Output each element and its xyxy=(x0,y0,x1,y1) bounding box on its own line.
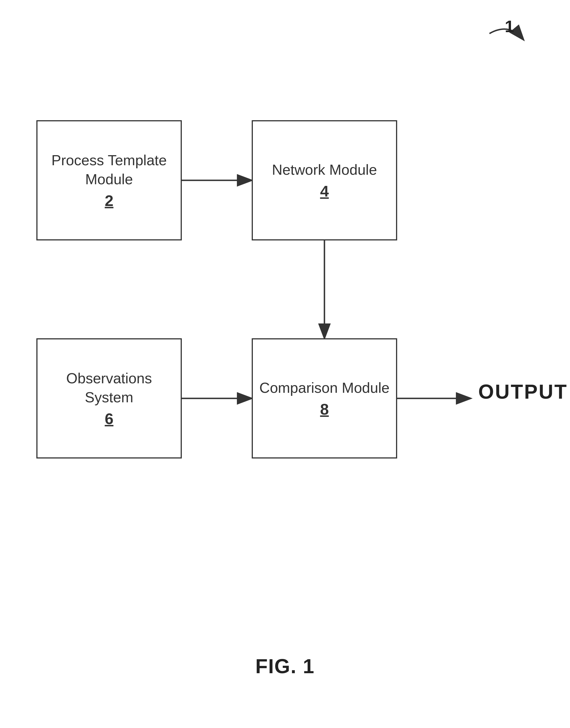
comparison-module-box: Comparison Module 8 xyxy=(252,338,397,458)
process-template-module-label: Process TemplateModule xyxy=(51,151,167,189)
comparison-module-number: 8 xyxy=(320,400,329,418)
network-module-label: Network Module xyxy=(272,160,377,179)
observations-system-label: ObservationsSystem xyxy=(66,369,152,407)
network-module-number: 4 xyxy=(320,182,329,200)
reference-number-1: 1 xyxy=(505,17,514,36)
network-module-box: Network Module 4 xyxy=(252,120,397,241)
observations-system-box: ObservationsSystem 6 xyxy=(36,338,182,458)
process-template-module-box: Process TemplateModule 2 xyxy=(36,120,182,241)
diagram-container: 1 Process TemplateModule 2 Network Modul… xyxy=(0,0,570,728)
observations-system-number: 6 xyxy=(104,410,113,428)
process-template-module-number: 2 xyxy=(104,192,113,210)
comparison-module-label: Comparison Module xyxy=(259,379,389,398)
output-label: OUTPUT xyxy=(478,380,568,403)
figure-label: FIG. 1 xyxy=(255,655,315,678)
